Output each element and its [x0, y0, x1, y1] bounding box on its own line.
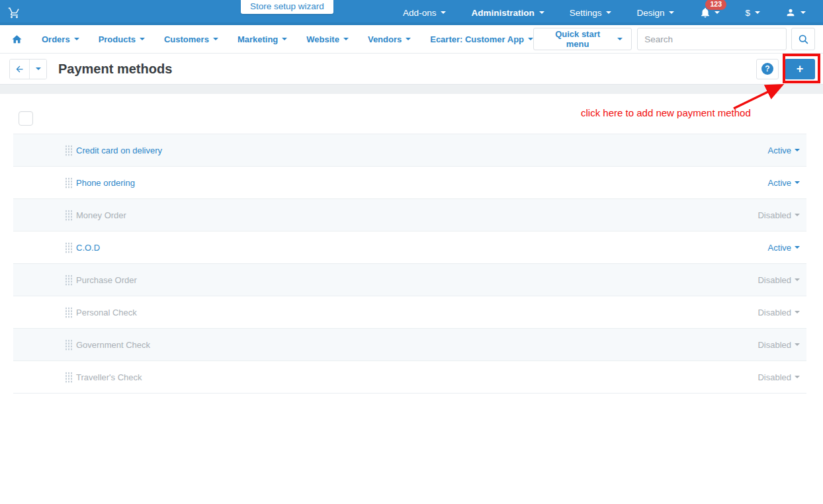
payment-method-link[interactable]: Personal Check — [76, 308, 137, 317]
drag-handle-icon[interactable] — [65, 307, 72, 318]
menu-addons-label: Add-ons — [403, 8, 436, 18]
menu-settings[interactable]: Settings — [570, 8, 612, 18]
plus-icon: + — [797, 63, 804, 75]
search-button[interactable] — [791, 28, 815, 50]
status-dropdown[interactable]: Disabled — [758, 210, 800, 220]
page-title: Payment methods — [58, 62, 172, 77]
top-admin-bar: Store setup wizard Add-ons Administratio… — [0, 0, 823, 25]
menu-administration[interactable]: Administration — [471, 8, 544, 18]
menu-design-label: Design — [636, 8, 664, 18]
status-dropdown[interactable]: Disabled — [758, 372, 800, 382]
drag-handle-icon[interactable] — [65, 210, 72, 221]
status-dropdown[interactable]: Active — [768, 178, 800, 188]
caret-down-icon — [801, 11, 806, 14]
drag-handle-icon[interactable] — [65, 339, 72, 351]
currency-menu[interactable]: $ — [745, 8, 760, 18]
home-button[interactable] — [11, 34, 22, 45]
caret-down-icon — [795, 278, 800, 281]
nav-item-ecarter-customer-app[interactable]: Ecarter: Customer App — [430, 34, 533, 44]
nav-item-customers[interactable]: Customers — [164, 34, 218, 44]
main-nav-bar: Orders Products Customers Marketing Webs… — [0, 25, 823, 54]
payment-method-link[interactable]: C.O.D — [76, 243, 100, 253]
status-dropdown[interactable]: Disabled — [758, 275, 800, 285]
back-history-dropdown[interactable] — [30, 60, 46, 79]
payment-method-link[interactable]: Phone ordering — [76, 178, 135, 188]
storefront-cart-icon[interactable] — [8, 7, 21, 19]
caret-down-icon — [282, 38, 287, 40]
caret-down-icon — [406, 38, 411, 40]
nav-item-label: Orders — [42, 34, 70, 44]
payment-method-row: Credit card on delivery Active — [13, 134, 806, 167]
nav-item-label: Customers — [164, 34, 209, 44]
payment-method-link[interactable]: Government Check — [76, 340, 150, 350]
quick-start-menu-label: Quick start menu — [542, 29, 613, 49]
menu-addons[interactable]: Add-ons — [403, 8, 446, 18]
caret-down-icon — [795, 311, 800, 314]
payment-method-link[interactable]: Traveller's Check — [76, 372, 142, 382]
caret-down-icon — [755, 11, 760, 14]
drag-handle-icon[interactable] — [65, 177, 72, 189]
back-button-group — [9, 59, 47, 79]
payment-method-link[interactable]: Money Order — [76, 210, 126, 220]
store-setup-wizard-button[interactable]: Store setup wizard — [241, 0, 333, 14]
caret-down-icon — [715, 11, 720, 14]
add-payment-method-button[interactable]: + — [785, 59, 815, 79]
caret-down-icon — [795, 181, 800, 184]
back-arrow-icon — [15, 64, 24, 74]
payment-method-row: Purchase Order Disabled — [13, 264, 806, 296]
menu-administration-label: Administration — [471, 8, 534, 18]
payment-method-row: Personal Check Disabled — [13, 296, 806, 329]
payment-method-row: Government Check Disabled — [13, 329, 806, 361]
nav-item-orders[interactable]: Orders — [42, 34, 79, 44]
status-label: Disabled — [758, 308, 791, 317]
status-dropdown[interactable]: Active — [768, 243, 800, 253]
caret-down-icon — [669, 11, 674, 14]
payment-methods-panel: Credit card on delivery Active Phone ord… — [0, 111, 823, 394]
caret-down-icon — [795, 376, 800, 378]
status-label: Active — [768, 178, 791, 188]
nav-item-marketing[interactable]: Marketing — [238, 34, 287, 44]
payment-method-row: Phone ordering Active — [13, 167, 806, 199]
caret-down-icon — [539, 11, 544, 14]
caret-down-icon — [140, 38, 145, 40]
payment-method-row: Traveller's Check Disabled — [13, 361, 806, 394]
nav-item-website[interactable]: Website — [306, 34, 349, 44]
caret-down-icon — [441, 11, 446, 14]
status-label: Disabled — [758, 210, 791, 220]
select-all-checkbox[interactable] — [19, 111, 33, 126]
search-input[interactable] — [637, 28, 787, 50]
nav-item-vendors[interactable]: Vendors — [368, 34, 411, 44]
quick-start-menu-button[interactable]: Quick start menu — [533, 28, 632, 50]
payment-method-row: Money Order Disabled — [13, 199, 806, 231]
page-header: Payment methods ? + — [0, 54, 823, 85]
caret-down-icon — [528, 38, 533, 40]
caret-down-icon — [617, 38, 623, 40]
status-dropdown[interactable]: Disabled — [758, 308, 800, 317]
help-button[interactable]: ? — [756, 59, 779, 79]
status-label: Disabled — [758, 340, 791, 350]
menu-design[interactable]: Design — [636, 8, 674, 18]
home-icon — [11, 34, 22, 45]
back-button[interactable] — [10, 60, 30, 79]
status-dropdown[interactable]: Active — [768, 146, 800, 155]
drag-handle-icon[interactable] — [65, 372, 72, 383]
nav-item-products[interactable]: Products — [99, 34, 145, 44]
nav-item-label: Products — [99, 34, 136, 44]
status-dropdown[interactable]: Disabled — [758, 340, 800, 350]
drag-handle-icon[interactable] — [65, 274, 72, 286]
nav-item-label: Vendors — [368, 34, 402, 44]
caret-down-icon — [795, 343, 800, 346]
topbar-menu: Add-ons Administration Settings Design 1… — [403, 7, 823, 19]
caret-down-icon — [36, 67, 41, 70]
payment-method-link[interactable]: Credit card on delivery — [76, 146, 162, 155]
payment-method-link[interactable]: Purchase Order — [76, 275, 137, 285]
caret-down-icon — [343, 38, 349, 40]
nav-item-label: Ecarter: Customer App — [430, 34, 524, 44]
user-account-menu[interactable] — [785, 7, 806, 18]
drag-handle-icon[interactable] — [65, 242, 72, 253]
currency-symbol: $ — [745, 8, 750, 18]
user-icon — [785, 7, 796, 18]
notifications-button[interactable]: 123 — [699, 7, 720, 19]
drag-handle-icon[interactable] — [65, 145, 72, 156]
status-label: Disabled — [758, 372, 791, 382]
